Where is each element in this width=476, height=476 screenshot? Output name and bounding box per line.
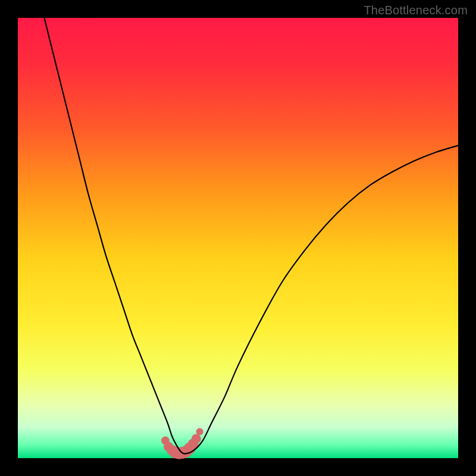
curve-layer xyxy=(18,18,458,458)
plot-area xyxy=(18,18,458,458)
marker-group xyxy=(161,428,203,459)
watermark-text: TheBottleneck.com xyxy=(364,4,468,17)
chart-frame: TheBottleneck.com xyxy=(0,0,476,476)
highlight-marker xyxy=(192,434,201,443)
highlight-marker xyxy=(196,428,203,436)
bottleneck-curve xyxy=(44,18,458,454)
